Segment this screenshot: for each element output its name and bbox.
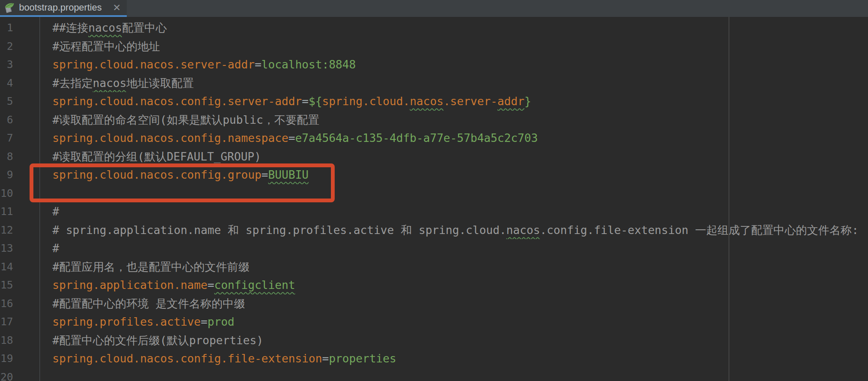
token-key: spring.cloud.nacos.config.group: [52, 168, 262, 181]
token-key: .server-: [443, 95, 497, 108]
token-comment: nacos: [88, 21, 122, 34]
token-comment: # spring.application.name 和 spring.profi…: [52, 223, 506, 237]
code-line[interactable]: 16#配置配中心的环境 是文件名称的中缀: [0, 294, 868, 313]
code-line[interactable]: 6#读取配置的命名空间(如果是默认public，不要配置: [0, 111, 868, 129]
token-comment: #配置配中心的环境 是文件名称的中缀: [52, 297, 245, 310]
code-lines: 1##连接nacos配置中心2#远程配置中心的地址3spring.cloud.n…: [0, 19, 868, 381]
code-line[interactable]: 7spring.cloud.nacos.config.namespace=e7a…: [0, 129, 868, 147]
token-eq: =: [201, 315, 207, 328]
code-text: spring.cloud.nacos.server-addr=localhost…: [39, 55, 868, 74]
code-line[interactable]: 1##连接nacos配置中心: [0, 19, 868, 37]
token-key: spring.cloud.nacos.config.file-extension: [52, 352, 322, 365]
token-value: properties: [329, 352, 396, 365]
token-key: spring.cloud.nacos.server-addr: [52, 58, 255, 71]
code-line[interactable]: 12# spring.application.name 和 spring.pro…: [0, 221, 868, 239]
token-value: configclient: [214, 278, 295, 291]
line-number: 10: [0, 184, 39, 203]
code-line[interactable]: 2#远程配置中心的地址: [0, 37, 868, 56]
line-number: 1: [0, 19, 39, 37]
token-key: spring.profiles.active: [52, 315, 201, 328]
token-comment: #: [52, 205, 59, 218]
code-line[interactable]: 14#配置应用名，也是配置中心的文件前缀: [0, 258, 868, 276]
token-comment: 配置中心: [122, 21, 167, 34]
code-text: spring.cloud.nacos.config.group=BUUBIU: [39, 166, 868, 184]
code-text: spring.cloud.nacos.config.namespace=e7a4…: [39, 129, 868, 147]
code-text: #: [39, 239, 868, 258]
code-text: # spring.application.name 和 spring.profi…: [39, 221, 868, 239]
token-comment: nacos: [93, 76, 126, 90]
code-text: spring.cloud.nacos.config.file-extension…: [39, 349, 868, 368]
token-key: spring.cloud.nacos.config.namespace: [52, 131, 288, 144]
code-text: #去指定nacos地址读取配置: [39, 74, 868, 93]
token-eq: =: [288, 131, 295, 144]
token-eq: =: [302, 95, 308, 108]
token-comment: #读取配置的命名空间(如果是默认public，不要配置: [52, 113, 319, 126]
tab-bootstrap-properties[interactable]: bootstrap.properties ✕: [0, 0, 127, 17]
code-text: spring.cloud.nacos.config.server-addr=${…: [39, 92, 868, 111]
line-number: 4: [0, 74, 39, 93]
line-number: 16: [0, 294, 39, 313]
code-line[interactable]: 18#配置中心的文件后缀(默认properties): [0, 331, 868, 350]
line-number: 7: [0, 129, 39, 147]
code-text: #配置应用名，也是配置中心的文件前缀: [39, 258, 868, 276]
editor-tab-bar: bootstrap.properties ✕: [0, 0, 868, 17]
token-comment: #: [52, 242, 59, 255]
code-text: #: [39, 202, 868, 221]
line-number: 17: [0, 313, 39, 331]
code-text: spring.profiles.active=prod: [39, 313, 868, 331]
code-text: [39, 184, 868, 203]
token-value: e7a4564a-c135-4dfb-a77e-57b4a5c2c703: [295, 131, 538, 144]
close-icon[interactable]: ✕: [112, 2, 122, 14]
code-line[interactable]: 19spring.cloud.nacos.config.file-extensi…: [0, 349, 868, 368]
code-text: #远程配置中心的地址: [39, 37, 868, 56]
line-number: 6: [0, 111, 39, 129]
token-value: prod: [207, 315, 235, 328]
line-number: 20: [0, 368, 39, 381]
code-editor[interactable]: 1##连接nacos配置中心2#远程配置中心的地址3spring.cloud.n…: [0, 17, 868, 381]
line-number: 11: [0, 202, 39, 221]
code-text: ##连接nacos配置中心: [39, 19, 868, 37]
code-line[interactable]: 4#去指定nacos地址读取配置: [0, 74, 868, 93]
code-text: #配置中心的文件后缀(默认properties): [39, 331, 868, 350]
code-line[interactable]: 11#: [0, 202, 868, 221]
token-eq: =: [207, 278, 214, 291]
token-eq: =: [322, 352, 329, 365]
line-number: 13: [0, 239, 39, 258]
code-text: #配置配中心的环境 是文件名称的中缀: [39, 294, 868, 313]
properties-file-icon: [3, 2, 15, 14]
line-number: 15: [0, 276, 39, 294]
token-key: spring.cloud.nacos.config.server-addr: [52, 95, 302, 108]
code-line[interactable]: 5spring.cloud.nacos.config.server-addr=$…: [0, 92, 868, 111]
line-number: 8: [0, 147, 39, 166]
line-number: 19: [0, 349, 39, 368]
code-text: #读取配置的命名空间(如果是默认public，不要配置: [39, 111, 868, 129]
token-key: spring.cloud.: [322, 95, 409, 108]
token-comment: #去指定: [52, 76, 93, 90]
token-eq: =: [255, 58, 262, 71]
line-number: 18: [0, 331, 39, 350]
ide-window: { "colors": { "bg": "#2b2b2b", "tabbar-b…: [0, 0, 868, 381]
code-line[interactable]: 20: [0, 368, 868, 381]
token-comment: .config.file-extension 一起组成了配置中心的文件名称:: [540, 223, 859, 237]
line-number: 14: [0, 258, 39, 276]
token-key: spring.application.name: [52, 278, 207, 291]
token-comment: nacos: [506, 223, 540, 237]
token-value: localhost:8848: [262, 58, 356, 71]
token-brace: ${: [308, 95, 322, 108]
token-value: BUUBIU: [268, 168, 309, 181]
code-line[interactable]: 10: [0, 184, 868, 203]
code-line[interactable]: 9spring.cloud.nacos.config.group=BUUBIU: [0, 166, 868, 184]
token-key: nacos: [410, 95, 444, 108]
code-line[interactable]: 13#: [0, 239, 868, 258]
right-margin-guide: [729, 17, 729, 381]
line-number: 5: [0, 92, 39, 111]
line-number: 2: [0, 37, 39, 56]
code-line[interactable]: 8#读取配置的分组(默认DEFAULT_GROUP): [0, 147, 868, 166]
code-line[interactable]: 17spring.profiles.active=prod: [0, 313, 868, 331]
token-comment: #配置应用名，也是配置中心的文件前缀: [52, 260, 249, 273]
code-line[interactable]: 3spring.cloud.nacos.server-addr=localhos…: [0, 55, 868, 74]
code-line[interactable]: 15spring.application.name=configclient: [0, 276, 868, 294]
token-comment: #远程配置中心的地址: [52, 40, 160, 53]
token-comment: 地址读取配置: [126, 76, 194, 90]
token-key: addr: [497, 95, 524, 108]
